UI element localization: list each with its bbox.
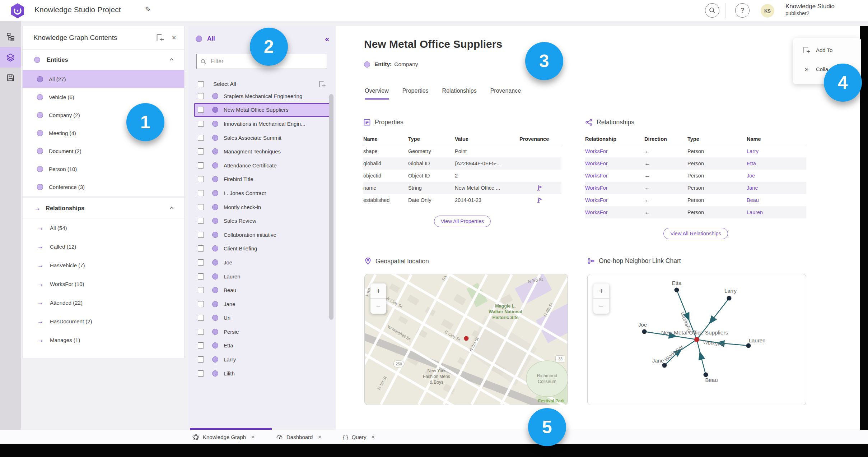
zoom-out-button[interactable]: − <box>593 299 609 314</box>
item-checkbox[interactable] <box>198 245 204 251</box>
add-to-new-button[interactable] <box>156 33 164 42</box>
list-item[interactable]: Attendance Certificate <box>188 158 336 172</box>
item-checkbox[interactable] <box>198 93 204 99</box>
chevron-up-icon[interactable] <box>168 56 175 63</box>
list-item[interactable]: Firebird Title <box>188 172 336 186</box>
item-checkbox[interactable] <box>198 135 204 141</box>
node-etta[interactable] <box>675 288 679 292</box>
tab-relationships[interactable]: Relationships <box>442 88 477 100</box>
help-button[interactable]: ? <box>735 3 750 18</box>
select-all-checkbox[interactable] <box>198 81 204 87</box>
item-checkbox[interactable] <box>198 176 204 182</box>
relationships-item-hasdocument[interactable]: → HasDocument (2) <box>23 312 184 331</box>
item-checkbox[interactable] <box>198 204 204 210</box>
item-checkbox[interactable] <box>198 287 204 293</box>
list-item[interactable]: Jane <box>188 297 336 311</box>
relationships-item-attended[interactable]: → Attended (22) <box>23 293 184 312</box>
tab-knowledge-graph[interactable]: Knowledge Graph × <box>192 434 255 441</box>
close-tab-icon[interactable]: × <box>371 434 375 441</box>
tab-overview[interactable]: Overview <box>365 88 389 100</box>
list-item[interactable]: L. Jones Contract <box>188 186 336 200</box>
entity-link[interactable]: Beau <box>747 197 806 203</box>
item-checkbox[interactable] <box>198 273 204 280</box>
provenance-flag-icon[interactable] <box>519 185 561 191</box>
list-item[interactable]: Client Briefing <box>188 242 336 256</box>
add-to-menu-item[interactable]: Add To <box>802 46 861 54</box>
item-checkbox[interactable] <box>198 259 204 266</box>
close-tab-icon[interactable]: × <box>251 434 255 441</box>
list-item[interactable]: Sales Associate Summit <box>188 131 336 145</box>
list-item[interactable]: Uri <box>188 311 336 325</box>
node-joe[interactable] <box>642 329 647 334</box>
close-tab-icon[interactable]: × <box>318 434 321 441</box>
list-item[interactable]: Etta <box>188 339 336 353</box>
relationship-link[interactable]: WorksFor <box>585 161 644 166</box>
entity-link[interactable]: Jane <box>747 185 806 191</box>
item-checkbox[interactable] <box>198 107 204 113</box>
relationship-link[interactable]: WorksFor <box>585 185 644 191</box>
chevron-up-icon[interactable] <box>168 205 175 211</box>
list-item[interactable]: Collaboration initiative <box>188 228 336 242</box>
entities-section-header[interactable]: Entities <box>23 50 184 70</box>
item-checkbox[interactable] <box>198 148 204 154</box>
node-larry[interactable] <box>727 296 732 301</box>
node-center[interactable] <box>694 337 699 342</box>
relationships-item-hasvehicle[interactable]: → HasVehicle (7) <box>23 256 184 274</box>
item-checkbox[interactable] <box>198 315 204 321</box>
add-selection-icon[interactable] <box>318 80 326 88</box>
entity-link[interactable]: Joe <box>747 173 806 179</box>
item-checkbox[interactable] <box>198 232 204 238</box>
node-jane[interactable] <box>662 363 667 368</box>
relationship-link[interactable]: WorksFor <box>585 173 644 179</box>
list-item[interactable]: Lauren <box>188 269 336 283</box>
relationships-item-manages[interactable]: → Manages (1) <box>23 331 184 349</box>
entities-item-vehicle[interactable]: Vehicle (6) <box>23 88 184 106</box>
node-lauren[interactable] <box>746 343 751 348</box>
entities-item-person[interactable]: Person (10) <box>23 160 184 178</box>
list-item[interactable]: Sales Review <box>188 214 336 228</box>
relationship-link[interactable]: WorksFor <box>585 148 644 154</box>
geospatial-map[interactable]: k Rd Sa W Clay St N 3rd St N 4th St W Ma… <box>364 274 568 405</box>
item-checkbox[interactable] <box>198 190 204 196</box>
close-panel-button[interactable]: × <box>172 34 176 42</box>
list-item[interactable]: Lilith <box>188 366 336 380</box>
item-checkbox[interactable] <box>198 370 204 377</box>
item-checkbox[interactable] <box>198 329 204 335</box>
entities-item-all[interactable]: All (27) <box>23 70 184 88</box>
list-item[interactable]: Larry <box>188 352 336 366</box>
relationship-link[interactable]: WorksFor <box>585 197 644 203</box>
save-button[interactable] <box>0 68 21 88</box>
list-item[interactable]: Managment Techniques <box>188 144 336 158</box>
link-chart[interactable]: Etta Larry Joe Lauren Jane Beau New Meta… <box>587 274 806 405</box>
list-item-selected[interactable]: New Metal Office Suppliers <box>194 103 331 117</box>
list-item[interactable]: Persie <box>188 325 336 339</box>
tab-properties[interactable]: Properties <box>402 88 429 100</box>
zoom-in-button[interactable]: + <box>593 283 609 299</box>
list-item[interactable]: Joe <box>188 255 336 269</box>
entities-item-document[interactable]: Document (2) <box>23 142 184 160</box>
zoom-out-button[interactable]: − <box>370 299 386 314</box>
entities-item-conference[interactable]: Conference (3) <box>23 178 184 196</box>
node-beau[interactable] <box>704 373 708 377</box>
list-scrollbar[interactable] <box>329 94 333 320</box>
edit-title-icon[interactable]: ✎ <box>145 5 151 14</box>
relationship-link[interactable]: WorksFor <box>585 209 644 215</box>
item-checkbox[interactable] <box>198 218 204 224</box>
item-checkbox[interactable] <box>198 162 204 169</box>
item-checkbox[interactable] <box>198 121 204 127</box>
item-checkbox[interactable] <box>198 356 204 363</box>
zoom-in-button[interactable]: + <box>370 283 386 299</box>
account-info[interactable]: Knowledge Studio publisher2 <box>785 3 835 17</box>
entity-link[interactable]: Larry <box>747 148 806 154</box>
entity-link[interactable]: Lauren <box>747 209 806 215</box>
avatar[interactable]: KS <box>761 4 774 18</box>
contents-button[interactable] <box>0 47 21 68</box>
relationships-item-worksfor[interactable]: → WorksFor (10) <box>23 274 184 293</box>
view-all-relationships-button[interactable]: View All Relationships <box>663 228 728 239</box>
list-item[interactable]: Innovations in Mechanical Engin... <box>188 117 336 131</box>
list-item[interactable]: Montly check-in <box>188 200 336 214</box>
view-all-properties-button[interactable]: View All Properties <box>434 216 491 227</box>
provenance-flag-icon[interactable] <box>519 197 561 203</box>
entity-link[interactable]: Etta <box>747 161 806 166</box>
tab-query[interactable]: { } Query × <box>343 434 375 441</box>
